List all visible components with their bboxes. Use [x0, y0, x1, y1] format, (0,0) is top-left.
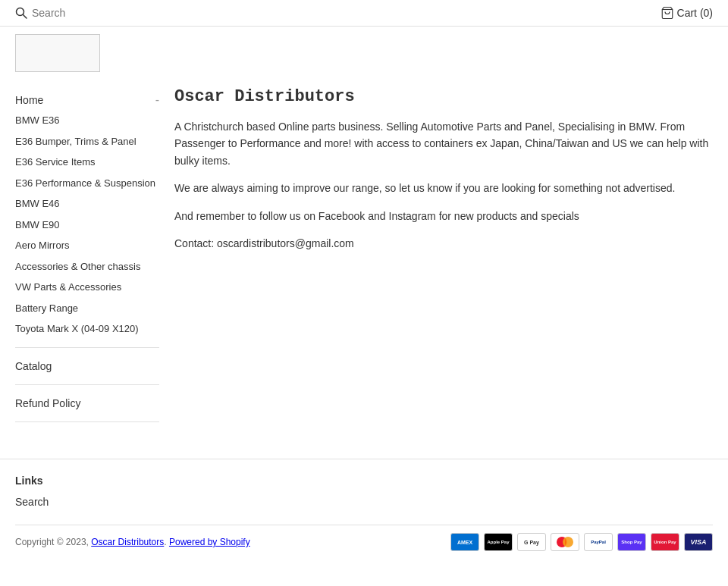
payment-amex: AMEX — [450, 533, 479, 551]
footer-links-heading: Links — [15, 475, 713, 487]
sidebar-item-bmw-e90[interactable]: BMW E90 — [15, 215, 159, 236]
sidebar-catalog-section: Catalog — [15, 356, 159, 385]
logo-image — [15, 34, 100, 72]
sidebar-item-aero-mirrors[interactable]: Aero Mirrors — [15, 235, 159, 256]
payment-union: Union Pay — [651, 533, 679, 551]
cart-link[interactable]: Cart (0) — [661, 6, 713, 20]
contact-label: Contact: — [174, 237, 214, 249]
improve-paragraph: We are always aiming to improve our rang… — [174, 180, 713, 196]
sidebar-item-vw-parts[interactable]: VW Parts & Accessories — [15, 277, 159, 298]
svg-line-1 — [24, 15, 27, 19]
sidebar-item-e36-bumper[interactable]: E36 Bumper, Trims & Panel — [15, 131, 159, 152]
contact-email-link[interactable]: oscardistributors@gmail.com — [217, 237, 354, 249]
sidebar-item-e36-performance[interactable]: E36 Performance & Suspension — [15, 173, 159, 194]
social-paragraph: And remember to follow us on Facebook an… — [174, 208, 713, 224]
sidebar-home-section: Home - BMW E36 E36 Bumper, Trims & Panel… — [15, 87, 159, 348]
footer-links-section: Links Search — [15, 475, 713, 509]
top-bar: Search Cart (0) — [0, 0, 728, 27]
intro-paragraph: A Christchurch based Online parts busine… — [174, 118, 713, 169]
store-name-link[interactable]: Oscar Distributors — [91, 537, 164, 547]
sidebar-refund-section: Refund Policy — [15, 393, 159, 422]
payment-shopify-pay: Shop Pay — [617, 533, 646, 551]
copyright-text: Copyright © 2023, Oscar Distributors. Po… — [15, 537, 250, 547]
footer-search-link[interactable]: Search — [15, 494, 713, 509]
main-content: Oscar Distributors A Christchurch based … — [174, 80, 713, 459]
svg-point-4 — [563, 537, 573, 547]
sidebar-item-battery-range[interactable]: Battery Range — [15, 298, 159, 319]
payment-visa: VISA — [684, 533, 713, 551]
payment-google: G Pay — [517, 533, 546, 551]
page-title: Oscar Distributors — [174, 87, 713, 106]
sidebar-catalog-link[interactable]: Catalog — [15, 356, 159, 377]
logo-area — [0, 27, 728, 80]
payment-icons: AMEX Apple Pay G Pay PayPal Shop Pay Uni… — [450, 533, 713, 551]
payment-mastercard — [551, 533, 579, 551]
payment-paypal: PayPal — [584, 533, 613, 551]
sidebar-home-heading[interactable]: Home - — [15, 87, 159, 110]
payment-apple: Apple Pay — [484, 533, 513, 551]
sidebar-item-bmw-e46[interactable]: BMW E46 — [15, 193, 159, 215]
sidebar-item-accessories-other[interactable]: Accessories & Other chassis — [15, 256, 159, 277]
sidebar: Home - BMW E36 E36 Bumper, Trims & Panel… — [15, 80, 159, 459]
search-icon[interactable] — [15, 7, 27, 19]
footer-bottom: Copyright © 2023, Oscar Distributors. Po… — [15, 525, 713, 551]
footer: Links Search Copyright © 2023, Oscar Dis… — [0, 459, 728, 559]
contact-paragraph: Contact: oscardistributors@gmail.com — [174, 235, 713, 252]
powered-by-link[interactable]: Powered by Shopify — [169, 537, 250, 547]
sidebar-item-e36-service[interactable]: E36 Service Items — [15, 152, 159, 173]
copyright-label: Copyright © 2023, — [15, 537, 89, 547]
search-form[interactable]: Search — [15, 7, 184, 19]
sidebar-item-bmw-e36[interactable]: BMW E36 — [15, 110, 159, 131]
sidebar-refund-link[interactable]: Refund Policy — [15, 393, 159, 414]
sidebar-home-label: Home — [15, 94, 43, 106]
main-layout: Home - BMW E36 E36 Bumper, Trims & Panel… — [0, 80, 728, 459]
collapse-icon: - — [155, 93, 159, 107]
search-input[interactable]: Search — [32, 7, 184, 19]
sidebar-item-toyota[interactable]: Toyota Mark X (04-09 X120) — [15, 318, 159, 340]
